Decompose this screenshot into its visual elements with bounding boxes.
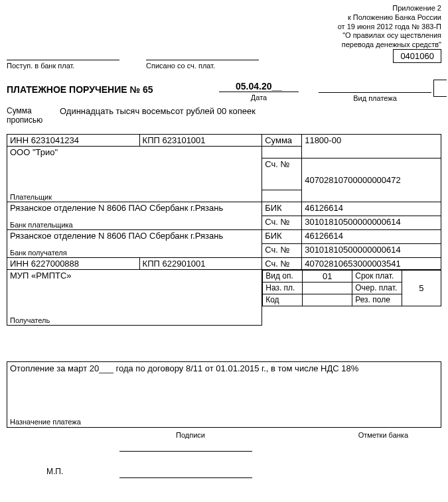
payer-account: 40702810700000000472 <box>302 158 441 202</box>
stamp-incoming: Поступ. в банк плат. <box>7 60 119 70</box>
purpose-label: Назначение платежа <box>10 418 81 426</box>
sch-label-1: Сч. № <box>262 158 302 190</box>
payee-bank-name: Рязанское отделение N 8606 ПАО Сбербанк … <box>10 231 259 241</box>
payer-label: Плательщик <box>10 193 52 201</box>
payer-bank-cell: Рязанское отделение N 8606 ПАО Сбербанк … <box>7 202 262 230</box>
payee-kpp-cell: КПП 622901001 <box>139 258 262 270</box>
appendix-line4: "О правилах осу ществления <box>338 31 441 40</box>
otmetki-label: Отметки банка <box>358 431 408 439</box>
payer-bank-label: Банк плательщика <box>10 221 73 229</box>
summa-value: 11800-00 <box>302 135 441 158</box>
payee-bank-bik: 46126614 <box>302 230 441 244</box>
payer-inn: 6231041234 <box>31 135 79 145</box>
payee-bank-label: Банк получателя <box>10 249 67 257</box>
payer-bank-name: Рязанское отделение N 8606 ПАО Сбербанк … <box>10 203 259 213</box>
title-label: ПЛАТЕЖНОЕ ПОРУЧЕНИЕ № <box>7 84 140 95</box>
payee-label: Получатель <box>10 316 50 324</box>
payer-inn-cell: ИНН 6231041234 <box>7 135 140 147</box>
payer-name: ООО "Трио" <box>10 147 259 157</box>
payee-inn: 6227000888 <box>31 259 79 269</box>
sch-label-4: Сч. № <box>262 258 302 270</box>
kod-value <box>303 294 352 306</box>
bik-label-2: БИК <box>262 230 302 244</box>
ops-subtable: Вид оп. 01 Срок плат. 5 Наз. пл. Очер. п… <box>262 270 441 306</box>
paytype-value <box>319 81 431 93</box>
appendix-line3: от 19 июня 2012 года № 383-П <box>338 23 441 32</box>
podpisi-label: Подписи <box>176 431 205 439</box>
paytype-label: Вид платежа <box>353 94 397 102</box>
signature-line-2 <box>119 477 252 495</box>
rez-label: Рез. поле <box>352 294 402 306</box>
appendix-block: Приложение 2 к Положению Банка России от… <box>338 4 441 50</box>
amount-words-value: Одиннадцать тысяч восемьсот рублей 00 ко… <box>60 106 441 116</box>
vid-op-value: 01 <box>303 271 352 282</box>
mp-label: М.П. <box>46 467 63 476</box>
purpose-value: Отопление за март 20___ года по договору… <box>10 363 438 373</box>
signature-lines <box>119 451 252 502</box>
stamp-writeoff: Списано со сч. плат. <box>146 60 259 70</box>
naz-pl-value <box>303 282 352 294</box>
title-number: 65 <box>143 84 153 95</box>
payer-kpp-cell: КПП 623101001 <box>139 135 262 147</box>
date-value: 05.04.20__ <box>219 81 299 92</box>
summa-label: Сумма <box>262 135 302 147</box>
payee-account: 40702810653000003541 <box>302 258 441 270</box>
kod-label: Код <box>263 294 303 306</box>
sch-label-3: Сч. № <box>262 244 302 258</box>
payee-name-cell: МУП «РМПТС» Получатель <box>7 270 262 326</box>
payer-bank-bik: 46126614 <box>302 202 441 216</box>
corner-box <box>433 80 447 97</box>
date-label: Дата <box>251 94 267 101</box>
payer-bank-account: 30101810500000000614 <box>302 216 441 230</box>
payee-bank-account: 30101810500000000614 <box>302 244 441 258</box>
signature-line-1 <box>119 451 252 468</box>
payee-bank-cell: Рязанское отделение N 8606 ПАО Сбербанк … <box>7 230 262 258</box>
payee-name: МУП «РМПТС» <box>10 271 259 281</box>
ocher-value: 5 <box>402 271 441 306</box>
srok-label: Срок плат. <box>352 271 402 282</box>
document-title: ПЛАТЕЖНОЕ ПОРУЧЕНИЕ № 65 <box>7 84 153 95</box>
amount-words-label: Сумма прописью <box>7 106 53 125</box>
payee-inn-cell: ИНН 6227000888 <box>7 258 140 270</box>
payment-form-table: ИНН 6231041234 КПП 623101001 Сумма 11800… <box>7 134 441 326</box>
appendix-line2: к Положению Банка России <box>338 13 441 23</box>
ocher-label: Очер. плат. <box>352 282 402 294</box>
vid-op-label: Вид оп. <box>263 271 303 282</box>
naz-pl-label: Наз. пл. <box>263 282 303 294</box>
purpose-box: Отопление за март 20___ года по договору… <box>7 361 441 428</box>
sch-label-2: Сч. № <box>262 216 302 230</box>
bik-label-1: БИК <box>262 202 302 216</box>
payer-name-cell: ООО "Трио" Плательщик <box>7 147 262 202</box>
payer-kpp: 623101001 <box>162 135 205 145</box>
payee-kpp: 622901001 <box>162 259 205 269</box>
appendix-line1: Приложение 2 <box>338 4 441 13</box>
appendix-line5: перевода денежных средств" <box>338 40 441 50</box>
